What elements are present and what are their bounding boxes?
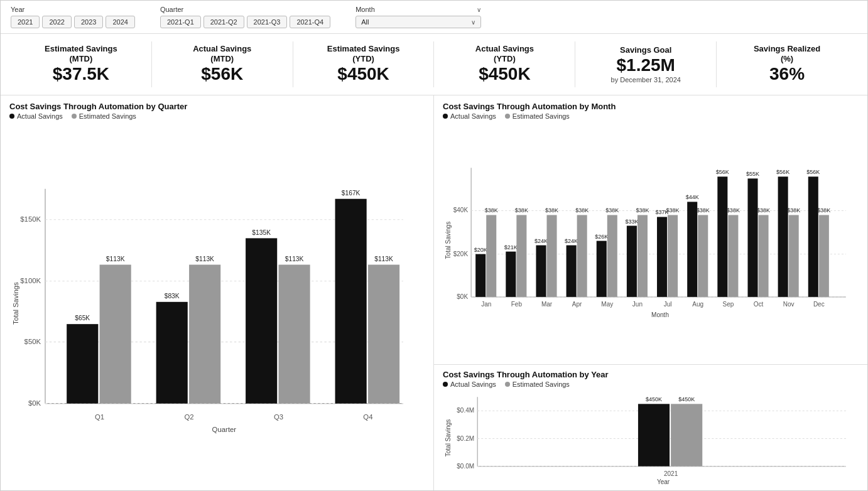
quarterly-legend-actual-label: Actual Savings xyxy=(17,112,63,120)
monthly-estimated-dot xyxy=(505,114,510,119)
month-label-row: Month ∨ xyxy=(355,6,481,13)
nov-actual-label: $56K xyxy=(776,169,789,175)
feb-x-label: Feb xyxy=(511,301,523,308)
svg-text:$40K: $40K xyxy=(453,207,469,213)
year-filter-group: Year 2021 2022 2023 2024 xyxy=(11,6,135,28)
monthly-legend-actual: Actual Savings xyxy=(443,112,496,120)
quarter-q1-btn[interactable]: 2021-Q1 xyxy=(160,16,201,28)
kpi-actual-mtd-value: $56K xyxy=(201,63,243,85)
kpi-actual-ytd-value: $450K xyxy=(479,63,531,85)
yearly-legend-estimated: Estimated Savings xyxy=(505,380,570,388)
dec-actual-label: $56K xyxy=(806,169,820,175)
q1-estimated-label: $113K xyxy=(106,256,125,262)
kpi-estimated-mtd-title: Estimated Savings(MTD) xyxy=(45,44,117,63)
yearly-chart-svg-container: Total Savings $0.0M $0.2M $0.4M xyxy=(443,391,859,485)
may-actual-bar xyxy=(597,240,607,296)
feb-actual-label: $21K xyxy=(504,244,518,250)
mar-actual-label: $24K xyxy=(534,237,548,244)
mar-actual-bar xyxy=(536,245,546,296)
mar-est-bar xyxy=(547,215,557,296)
month-filter-group: Month ∨ All ∨ xyxy=(355,6,481,28)
dec-est-bar xyxy=(819,215,829,296)
monthly-x-axis-title: Month xyxy=(651,311,669,318)
quarterly-y-axis-title: Total Savings xyxy=(12,282,19,325)
aug-x-label: Aug xyxy=(692,301,703,308)
quarter-q2-btn[interactable]: 2021-Q2 xyxy=(203,16,244,28)
sep-actual-bar xyxy=(717,176,727,297)
q3-actual-bar xyxy=(246,238,277,403)
nov-est-bar xyxy=(789,215,799,296)
ytick-50: $50K xyxy=(24,338,41,345)
kpi-row: Estimated Savings(MTD) $37.5K Actual Sav… xyxy=(1,34,867,95)
filter-bar: Year 2021 2022 2023 2024 Quarter 2021-Q1… xyxy=(1,1,867,34)
jun-actual-label: $33K xyxy=(625,218,638,224)
estimated-dot xyxy=(72,114,77,119)
oct-x-label: Oct xyxy=(754,301,764,308)
apr-actual-bar xyxy=(567,245,577,296)
ytick-150: $150K xyxy=(20,215,41,223)
kpi-estimated-mtd: Estimated Savings(MTD) $37.5K xyxy=(11,41,152,87)
quarterly-legend-estimated: Estimated Savings xyxy=(72,112,136,120)
jan-est-bar xyxy=(486,215,496,296)
aug-actual-label: $44K xyxy=(686,194,699,200)
kpi-savings-realized-title: Savings Realized(%) xyxy=(754,44,820,63)
kpi-savings-goal-subtitle: by December 31, 2024 xyxy=(611,76,681,84)
dec-est-label: $38K xyxy=(817,207,830,213)
monthly-legend-estimated: Estimated Savings xyxy=(505,112,570,120)
year-2022-btn[interactable]: 2022 xyxy=(42,16,71,28)
sep-est-bar xyxy=(728,215,738,296)
svg-text:$0.0M: $0.0M xyxy=(457,463,474,470)
aug-est-label: $38K xyxy=(697,207,710,213)
year-2024-btn[interactable]: 2024 xyxy=(106,16,134,28)
kpi-actual-ytd: Actual Savings(YTD) $450K xyxy=(434,41,575,87)
month-dropdown[interactable]: All ∨ xyxy=(355,16,481,28)
q4-estimated-label: $113K xyxy=(374,256,393,262)
quarterly-chart-panel: Cost Savings Through Automation by Quart… xyxy=(1,95,434,490)
kpi-actual-ytd-title: Actual Savings(YTD) xyxy=(475,44,534,63)
q3-actual-label: $135K xyxy=(252,229,271,235)
year2021-est-bar xyxy=(671,404,702,466)
mar-x-label: Mar xyxy=(541,301,553,308)
yearly-chart-svg: Total Savings $0.0M $0.2M $0.4M xyxy=(443,391,859,485)
q1-actual-label: $65K xyxy=(75,315,90,321)
may-x-label: May xyxy=(601,301,613,308)
q4-actual-label: $167K xyxy=(342,190,361,197)
sep-actual-label: $56K xyxy=(716,169,729,175)
apr-x-label: Apr xyxy=(572,301,582,308)
nov-actual-bar xyxy=(778,176,788,297)
yearly-x-axis-title: Year xyxy=(657,478,670,485)
q4-x-label: Q4 xyxy=(363,413,372,421)
quarter-q4-btn[interactable]: 2021-Q4 xyxy=(290,16,330,28)
mar-est-label: $38K xyxy=(545,207,558,213)
quarter-buttons: 2021-Q1 2021-Q2 2021-Q3 2021-Q4 xyxy=(160,16,330,28)
may-est-bar xyxy=(607,215,617,296)
monthly-legend-actual-label: Actual Savings xyxy=(450,112,496,120)
year2021-actual-label: $450K xyxy=(646,396,662,402)
q2-actual-label: $83K xyxy=(165,293,180,299)
year-2021-btn[interactable]: 2021 xyxy=(11,16,40,28)
quarterly-chart-svg: Total Savings $0K $50K $100K xyxy=(9,122,425,484)
q1-estimated-bar xyxy=(100,264,131,403)
q1-actual-bar xyxy=(67,324,98,404)
jan-actual-bar xyxy=(475,254,486,296)
nov-x-label: Nov xyxy=(783,301,795,308)
q1-x-label: Q1 xyxy=(95,413,104,421)
oct-est-label: $38K xyxy=(757,207,770,213)
dec-x-label: Dec xyxy=(813,301,825,308)
monthly-chart-title: Cost Savings Through Automation by Month xyxy=(443,102,859,111)
year2021-actual-bar xyxy=(638,404,670,466)
jun-x-label: Jun xyxy=(632,301,643,308)
kpi-actual-mtd: Actual Savings(MTD) $56K xyxy=(152,41,293,87)
quarterly-chart-title: Cost Savings Through Automation by Quart… xyxy=(9,102,425,111)
q2-estimated-bar xyxy=(189,264,220,403)
quarter-q3-btn[interactable]: 2021-Q3 xyxy=(247,16,288,28)
quarter-filter-label: Quarter xyxy=(160,6,330,13)
q3-estimated-label: $113K xyxy=(285,256,304,262)
feb-actual-bar xyxy=(506,251,516,296)
kpi-savings-realized-value: 36% xyxy=(769,63,805,85)
kpi-estimated-ytd: Estimated Savings(YTD) $450K xyxy=(293,41,435,87)
year-2023-btn[interactable]: 2023 xyxy=(74,16,103,28)
kpi-savings-goal-value: $1.25M xyxy=(617,55,675,76)
q2-x-label: Q2 xyxy=(184,413,193,421)
may-actual-label: $26K xyxy=(595,233,608,239)
